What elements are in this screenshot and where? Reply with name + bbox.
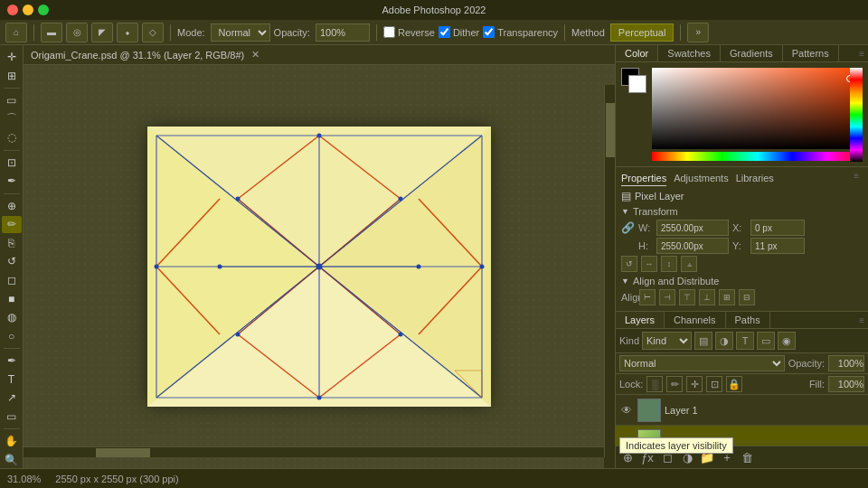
lock-position-icon[interactable]: ✛ [686,376,703,392]
layer-visibility-toggle[interactable]: 👁 [619,434,634,446]
gradient-type-radial[interactable]: ◎ [66,23,88,42]
channels-tab[interactable]: Channels [665,312,725,328]
properties-tab[interactable]: Properties [621,171,666,186]
align-right-icon[interactable]: ⊤ [679,289,695,305]
zoom-tool[interactable]: 🔍 [2,451,22,468]
flip-v-icon[interactable]: ↕ [661,256,677,272]
reverse-checkbox[interactable] [383,26,395,38]
flip-h-icon[interactable]: ↔ [641,256,657,272]
filter-pixel-icon[interactable]: ▤ [694,332,712,350]
history-brush-tool[interactable]: ↺ [2,253,22,270]
lock-transparent-icon[interactable]: ░ [646,376,663,392]
minimize-button[interactable] [23,5,33,15]
dither-checkbox[interactable] [439,26,450,38]
rotate-icon[interactable]: ↺ [621,256,637,272]
align-top-icon[interactable]: ⊥ [699,289,715,305]
paths-tab[interactable]: Paths [726,312,770,328]
opacity-input[interactable] [828,355,864,371]
blend-mode-select[interactable]: Normal [619,355,785,371]
gradient-type-angle[interactable]: ◤ [91,23,113,42]
filter-smart-icon[interactable]: ◉ [778,332,796,350]
type-tool[interactable]: T [2,371,22,388]
shape-tool[interactable]: ▭ [2,408,22,426]
layer-visibility-toggle[interactable]: 👁 [619,403,634,418]
eraser-tool[interactable]: ◻ [2,272,22,289]
canvas-vscroll-thumb[interactable] [606,103,615,157]
fill-input[interactable] [828,376,864,392]
align-center-h-icon[interactable]: ⊣ [659,289,675,305]
lock-artboard-icon[interactable]: ⊡ [706,376,722,392]
dodge-tool[interactable]: ○ [2,327,22,344]
crop-tool[interactable]: ⊡ [2,155,22,172]
canvas-vscroll[interactable] [604,85,615,457]
eyedropper-tool[interactable]: ✒ [2,173,22,190]
layer-item[interactable]: 👁 Layer 1 [616,395,868,426]
home-button[interactable]: ⌂ [5,23,27,42]
hue-slider[interactable] [652,152,863,161]
layer-fx-icon[interactable]: ƒx [639,449,656,465]
toolbar-overflow[interactable]: » [687,23,709,42]
foreground-background-swatches[interactable] [621,68,646,93]
width-field[interactable] [656,220,729,236]
opacity-input[interactable] [316,23,370,42]
lasso-tool[interactable]: ⌒ [2,111,22,128]
canvas-hscroll-thumb[interactable] [96,448,150,457]
filter-shape-icon[interactable]: ▭ [757,332,775,350]
method-perceptual[interactable]: Perceptual [610,23,675,42]
close-button[interactable] [7,5,18,15]
transparency-checkbox[interactable] [483,26,495,38]
background-swatch[interactable] [628,75,646,93]
align-caret[interactable]: ▼ [621,277,629,286]
layer-new-icon[interactable]: + [719,449,735,465]
lock-all-icon[interactable]: 🔒 [726,376,742,392]
swatches-tab[interactable]: Swatches [658,45,721,61]
blur-tool[interactable]: ◍ [2,309,22,326]
artboard-tool[interactable]: ⊞ [2,68,22,85]
layers-tab[interactable]: Layers [616,312,665,328]
maximize-button[interactable] [38,5,49,15]
color-saturation-box[interactable] [652,68,863,149]
align-center-v-icon[interactable]: ⊞ [719,289,735,305]
mode-select[interactable]: Normal [211,23,270,42]
layer-delete-icon[interactable]: 🗑 [739,449,755,465]
marquee-tool[interactable]: ▭ [2,92,22,109]
spot-heal-tool[interactable]: ⊕ [2,197,22,214]
y-field[interactable] [750,238,805,254]
gradient-tool[interactable]: ■ [2,290,22,307]
kind-select[interactable]: Kind [642,332,692,350]
filter-adjustment-icon[interactable]: ◑ [715,332,733,350]
patterns-tab[interactable]: Patterns [783,45,839,61]
transform-caret[interactable]: ▼ [621,207,629,216]
align-left-icon[interactable]: ⊢ [639,289,656,305]
layer-adjustment-icon[interactable]: ◑ [679,449,695,465]
color-gradient-area[interactable] [652,68,863,161]
canvas-inner[interactable] [24,65,615,468]
canvas-tab-close[interactable]: ✕ [251,49,259,61]
layer-item[interactable]: 👁 Layer 2 [616,426,868,446]
gradient-type-reflected[interactable]: ⬥ [117,23,138,42]
gradient-type-linear[interactable]: ▬ [41,23,62,42]
clone-stamp-tool[interactable]: ⎘ [2,235,22,252]
adjustments-tab[interactable]: Adjustments [674,171,729,186]
layer-group-icon[interactable]: 📁 [699,449,715,465]
skew-icon[interactable]: ⟁ [681,256,697,272]
quick-select-tool[interactable]: ◌ [2,129,22,146]
filter-type-icon[interactable]: T [736,332,754,350]
lock-image-icon[interactable]: ✏ [666,376,683,392]
layer-filter-icon[interactable]: ⊕ [619,449,636,465]
hand-tool[interactable]: ✋ [2,433,22,450]
brightness-slider[interactable] [850,68,863,162]
gradients-tab[interactable]: Gradients [721,45,783,61]
color-tab[interactable]: Color [616,45,658,61]
brush-tool[interactable]: ✏ [2,216,22,233]
x-field[interactable] [750,220,805,236]
canvas-hscroll[interactable] [24,446,604,457]
height-field[interactable] [656,238,729,254]
pen-tool[interactable]: ✒ [2,352,22,370]
align-bottom-icon[interactable]: ⊟ [739,289,755,305]
libraries-tab[interactable]: Libraries [736,171,774,186]
layer-mask-icon[interactable]: ◻ [659,449,675,465]
path-select-tool[interactable]: ↗ [2,389,22,407]
move-tool[interactable]: ✛ [2,49,22,66]
gradient-type-diamond[interactable]: ◇ [142,23,164,42]
